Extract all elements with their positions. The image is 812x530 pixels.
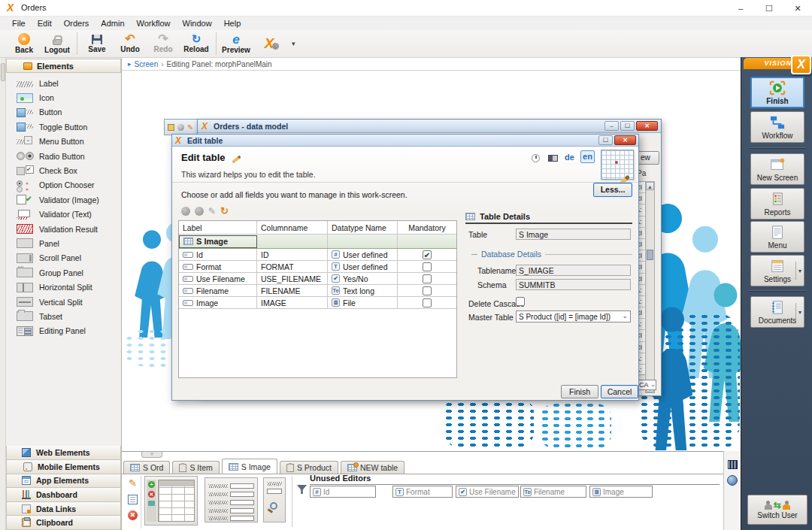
refresh-rows-icon[interactable]: ↻ [220,205,229,217]
left-dock-grip[interactable] [1,63,5,81]
cancel-button[interactable]: Cancel [601,385,638,398]
section-clipboard[interactable]: Clipboard [6,516,121,530]
clipped-combobox[interactable]: CA⌄ [637,380,656,390]
vision-menu-button[interactable]: Menu [750,221,804,253]
menu-item[interactable]: Window [177,17,218,29]
maximize-button[interactable]: ☐ [755,0,783,17]
sidebar-item-editing-panel[interactable]: Editing Panel [6,324,121,338]
tablename-field[interactable]: S_IMAGE [516,265,631,276]
section-data-links[interactable]: Data Links [6,502,121,516]
data-model-titlebar[interactable]: X Orders - data model [198,120,661,133]
mandatory-checkbox[interactable] [423,286,432,295]
sidebar-item-validator-text[interactable]: Validator (Text) [6,207,121,222]
tab-s-ord[interactable]: S Ord [123,461,170,474]
sidebar-item-panel[interactable]: Panel [6,236,121,250]
notebook-icon[interactable] [128,495,138,504]
vision-new-screen-button[interactable]: New Screen [750,153,804,185]
panel-collapse-handle[interactable]: ▿ [141,452,162,458]
dialog-close-button[interactable]: ✕ [614,135,636,145]
close-button[interactable]: ✕ [783,0,812,17]
save-button[interactable]: Save [80,30,114,57]
sidebar-item-vertical-split[interactable]: Vertical Split [6,295,121,309]
sidebar-item-label[interactable]: Label [6,76,121,90]
table-name-field[interactable]: S Image [516,229,631,240]
reload-button[interactable]: ↻ Reload [180,30,213,57]
mandatory-checkbox[interactable] [423,262,432,271]
switch-user-button[interactable]: ⇆ Switch User [747,495,807,525]
minimize-button[interactable]: – [726,0,755,17]
delete-icon[interactable]: ✕ [128,510,138,520]
edit-row-icon[interactable]: ✎ [208,206,216,217]
section-web-elements[interactable]: Web Elements [6,446,121,460]
sidebar-item-button[interactable]: Button [6,105,121,120]
editor-chip-image[interactable]: ≣Image [589,486,653,498]
note-icon[interactable] [168,124,174,131]
sphere-icon[interactable] [177,124,184,131]
search-view-thumbnail[interactable] [263,477,286,522]
vision-documents-button[interactable]: Documents ▾ [750,296,804,328]
tab-s-product[interactable]: S Product [280,461,338,474]
vision-workflow-button[interactable]: Workflow [750,111,804,143]
back-button[interactable]: « Back [8,30,41,57]
less-button[interactable]: Less... [593,183,632,197]
scroll-up-arrow[interactable]: ▲ [646,182,654,190]
dm-minimize-button[interactable]: – [604,121,619,131]
table-row-use-filename[interactable]: Use Filename USE_FILENAME ✔Yes/No [179,273,456,285]
pencil-icon[interactable]: ✎ [187,124,193,131]
finish-button[interactable]: Finish [561,385,598,398]
remove-row-icon[interactable] [195,207,204,216]
table-view-thumbnail[interactable]: +✕ [144,476,198,525]
sidebar-item-toggle-button[interactable]: Toggle Button [6,120,121,134]
sidebar-item-radio-button[interactable]: Radio Button [6,149,121,163]
filter-funnel-icon[interactable] [297,485,307,494]
table-row-format[interactable]: Format FORMAT TUser defined [179,261,456,273]
sidebar-item-scroll-panel[interactable]: Scroll Panel [6,251,121,265]
scroll-thumb[interactable] [647,250,653,260]
editor-chip-id[interactable]: #Id [310,486,376,498]
elements-header[interactable]: Elements [6,59,121,73]
dm-maximize-button[interactable]: ☐ [620,121,635,131]
redo-button[interactable]: ↷ Redo [147,30,180,57]
documents-dropdown-arrow[interactable]: ▾ [795,303,801,321]
film-grid-icon[interactable] [728,460,738,469]
database-details-header[interactable]: Database Details [471,250,632,259]
sidebar-item-validator-image[interactable]: Validator (Image) [6,192,121,207]
table-group-row[interactable]: S Image [179,235,456,249]
logout-button[interactable]: Logout [41,30,74,57]
x-tool-button[interactable]: X [253,30,286,57]
language-en-toggle[interactable]: en [580,150,595,163]
tab-new-table[interactable]: NEW table [341,461,404,474]
sidebar-item-horizontal-split[interactable]: Horizontal Split [6,280,121,294]
editor-chip-use-filename[interactable]: ✔Use Filename [456,486,519,498]
table-row-image[interactable]: Image IMAGE ≣File [179,297,456,309]
mandatory-checkbox[interactable]: ✔ [423,250,432,259]
preview-button[interactable]: e Preview [220,30,253,57]
sidebar-item-menu-button[interactable]: Menu Button [6,135,121,149]
menu-item[interactable]: File [6,17,32,29]
menu-item[interactable]: Admin [95,17,130,29]
sidebar-item-validation-result[interactable]: Validation Result [6,222,121,236]
timer-icon[interactable] [532,154,540,162]
table-row-filename[interactable]: Filename FILENAME TeText long [179,285,456,297]
menu-item[interactable]: Help [218,17,247,29]
master-table-select[interactable]: S Product ([id] = [image Id])⌄ [516,310,631,323]
tab-s-item[interactable]: S Item [172,461,219,474]
clipped-new-button[interactable]: ew [637,151,659,165]
sidebar-item-tabset[interactable]: Tabset [6,309,121,323]
delete-cascade-checkbox[interactable] [516,297,525,306]
vision-reports-button[interactable]: Reports [750,188,804,220]
dm-scrollbar[interactable]: ▲ ▼ [645,181,655,393]
settings-dropdown-arrow[interactable]: ▾ [795,262,801,280]
editor-chip-format[interactable]: TFormat [392,486,453,498]
globe-icon[interactable] [727,475,738,486]
menu-item[interactable]: Edit [32,17,58,29]
menu-item[interactable]: Workflow [131,17,177,29]
editor-chip-filename[interactable]: TeFilename [520,486,586,498]
form-view-thumbnail[interactable] [205,477,258,522]
vision-settings-button[interactable]: Settings ▾ [750,255,804,286]
dm-close-button[interactable]: ✕ [636,121,658,131]
vision-finish-button[interactable]: Finish [750,77,804,108]
undo-button[interactable]: ↶ Undo [114,30,147,57]
toolbar-dropdown-arrow[interactable]: ▾ [292,40,295,47]
table-row-id[interactable]: Id ID #User defined ✔ [179,249,456,261]
